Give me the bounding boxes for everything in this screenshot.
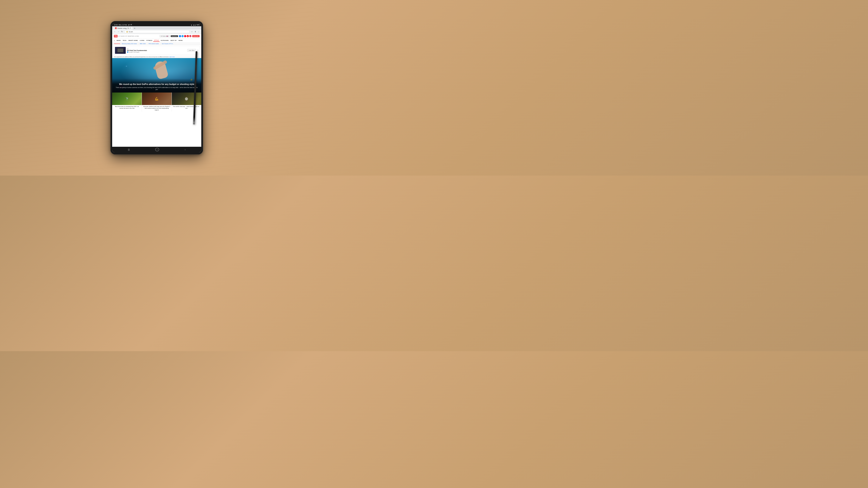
article-card-1[interactable]: Best binoculars for birdwatching 2022: w…: [112, 93, 142, 112]
forward-button[interactable]: →: [117, 30, 120, 33]
new-tab-button[interactable]: +: [133, 27, 136, 30]
ad-cta-button[interactable]: Learn More: [187, 49, 196, 52]
lock-icon: 🔒: [126, 31, 128, 32]
t3-tagline: 25 YEARS OF SMARTER LIVING: [118, 35, 139, 37]
back-nav-button[interactable]: ‹: [183, 148, 187, 151]
tab-close-button[interactable]: ✕: [130, 27, 131, 29]
battery-status: 54%: [196, 24, 199, 26]
hero-overlay: We round up the best GoPro alternatives …: [112, 78, 201, 93]
browser-chrome: T3 Smarter Living | T3 ✕ + ← → ↻ 🔒 t3.co…: [112, 26, 201, 34]
site-nav: ⌂ NEWS TECH SMART HOME LIVING FITNESS ST…: [112, 38, 201, 42]
trending-bar: TRENDING Samsung Galaxy S22 review | MWC…: [112, 42, 201, 45]
nav-smart-home[interactable]: SMART HOME: [127, 39, 138, 41]
tablet-device: 16:08 Mon, 21 Feb ☁ ♦ ⬇ ▲ ▲▲ 54% T3 Smar…: [111, 21, 203, 155]
youtube-icon[interactable]: ▶: [187, 35, 189, 37]
trending-item-3[interactable]: PS5 restock tracker: [149, 43, 159, 44]
browser-nav-bar: ← → ↻ 🔒 t3.com ☆ ⬇ ⋮: [112, 30, 201, 34]
home-button[interactable]: ○: [155, 148, 159, 151]
nav-actions: ☆ ⬇ ⋮: [190, 30, 200, 33]
ad-content: Ad 5G Field Test Fundamentals Keysight T…: [127, 48, 186, 53]
browser-tabs[interactable]: T3 Smarter Living | T3 ✕ +: [112, 26, 201, 30]
bottom-nav: ||| ○ ‹: [112, 147, 201, 152]
edition-badge[interactable]: UK Edition 🇬🇧 ▾: [159, 35, 169, 37]
twitter-icon[interactable]: 𝕏: [182, 35, 184, 37]
article-card-1-title: Best binoculars for birdwatching 2022: w…: [112, 105, 142, 110]
tab-favicon: T3: [115, 27, 117, 29]
tablet-screen: 16:08 Mon, 21 Feb ☁ ♦ ⬇ ▲ ▲▲ 54% T3 Smar…: [112, 23, 201, 152]
nav-best-of[interactable]: BEST OF: [169, 39, 177, 41]
nav-living[interactable]: LIVING: [139, 39, 145, 41]
fish-decoration: 🐟: [125, 65, 128, 67]
status-date: Mon, 21 Feb: [119, 24, 127, 26]
t3-badge: T3: [114, 35, 118, 37]
ad-title: 5G Field Test Fundamentals: [127, 50, 186, 51]
site-header-top: T3 25 YEARS OF SMARTER LIVING UK Edition…: [112, 34, 201, 38]
article-cards: Best binoculars for birdwatching 2022: w…: [112, 93, 201, 112]
ad-source-dot: [127, 52, 128, 53]
nav-outdoors[interactable]: OUTDOORS: [160, 39, 169, 41]
trending-label: TRENDING: [114, 43, 120, 44]
tab-title: Smarter Living | T3: [117, 28, 129, 29]
ad-source: Keysight Technologies: [127, 52, 186, 53]
signal-icon: ▲▲: [193, 24, 196, 26]
hero-section[interactable]: 🐟 🐠 We round up the best GoPro alternati…: [112, 58, 201, 93]
article-card-2-image: [142, 93, 172, 105]
status-time: 16:08: [114, 24, 118, 26]
facebook-icon[interactable]: f: [179, 35, 181, 37]
address-bar[interactable]: 🔒 t3.com: [124, 30, 190, 33]
back-button[interactable]: ←: [113, 30, 116, 33]
social-icons: f 𝕏 P ▶ ◎: [179, 35, 191, 37]
trending-item-1[interactable]: Samsung Galaxy S22 review: [122, 43, 137, 44]
status-right: ▲ ▲▲ 54%: [191, 24, 199, 26]
pinterest-icon[interactable]: P: [184, 35, 186, 37]
bookmark-button[interactable]: ☆: [190, 30, 193, 33]
trending-item-4[interactable]: Get 3 issues of T3 m...: [162, 43, 174, 44]
hero-subtitle: There are plenty of action cameras out t…: [115, 87, 199, 90]
article-card-3-title: The world's most pop... watch brand migh…: [172, 105, 201, 110]
ad-device-image: [117, 48, 124, 53]
affiliate-notice: T3 is supported by its audience. When yo…: [112, 56, 201, 58]
trending-item-2[interactable]: MWC 2022: [140, 43, 146, 44]
affiliate-link[interactable]: Learn more: [169, 56, 175, 58]
ad-banner: Ad 5G Field Test Fundamentals Keysight T…: [114, 46, 199, 55]
nav-home-icon[interactable]: ⌂: [114, 39, 115, 41]
wifi-icon: ▲: [191, 24, 192, 26]
header-right: UK Edition 🇬🇧 ▾ Newsletter f 𝕏 P ▶ ◎ Sub…: [159, 35, 199, 37]
article-card-1-image: [112, 93, 142, 105]
recent-apps-button[interactable]: |||: [126, 148, 131, 151]
status-icons: ☁ ♦ ⬇: [128, 24, 132, 26]
ad-label: Ad: [127, 48, 186, 50]
article-card-3-image: [172, 93, 201, 105]
scene: 16:08 Mon, 21 Feb ☁ ♦ ⬇ ▲ ▲▲ 54% T3 Smar…: [111, 21, 203, 155]
nav-news[interactable]: NEWS: [116, 39, 121, 41]
instagram-icon[interactable]: ◎: [189, 35, 191, 37]
nav-tech[interactable]: TECH: [122, 39, 127, 41]
status-left: 16:08 Mon, 21 Feb ☁ ♦ ⬇: [114, 24, 132, 26]
nav-more[interactable]: MORE: [178, 39, 183, 41]
ad-image: [115, 47, 126, 54]
download-button[interactable]: ⬇: [194, 30, 197, 33]
subscribe-button[interactable]: Subscribe: [192, 35, 199, 37]
nav-fitness[interactable]: FITNESS: [146, 39, 153, 41]
newsletter-button[interactable]: Newsletter: [171, 35, 178, 37]
article-card-2[interactable]: Sylvester Stallone built huge arms for R…: [142, 93, 172, 112]
site-header: T3 25 YEARS OF SMARTER LIVING UK Edition…: [112, 34, 201, 42]
refresh-button[interactable]: ↻: [121, 30, 124, 33]
status-bar: 16:08 Mon, 21 Feb ☁ ♦ ⬇ ▲ ▲▲ 54%: [112, 23, 201, 26]
nav-style[interactable]: STYLE: [153, 39, 159, 42]
article-card-2-title: Sylvester Stallone built huge arms for R…: [142, 105, 172, 112]
ad-dismiss-button[interactable]: ✕: [197, 50, 198, 51]
browser-tab-active[interactable]: T3 Smarter Living | T3 ✕: [113, 27, 133, 30]
address-text: t3.com: [129, 31, 133, 32]
menu-button[interactable]: ⋮: [197, 30, 200, 33]
t3-logo: T3 25 YEARS OF SMARTER LIVING: [114, 35, 139, 37]
hero-title: We round up the best GoPro alternatives …: [115, 83, 199, 86]
website-content: T3 25 YEARS OF SMARTER LIVING UK Edition…: [112, 34, 201, 147]
article-card-3[interactable]: The world's most pop... watch brand migh…: [172, 93, 201, 112]
